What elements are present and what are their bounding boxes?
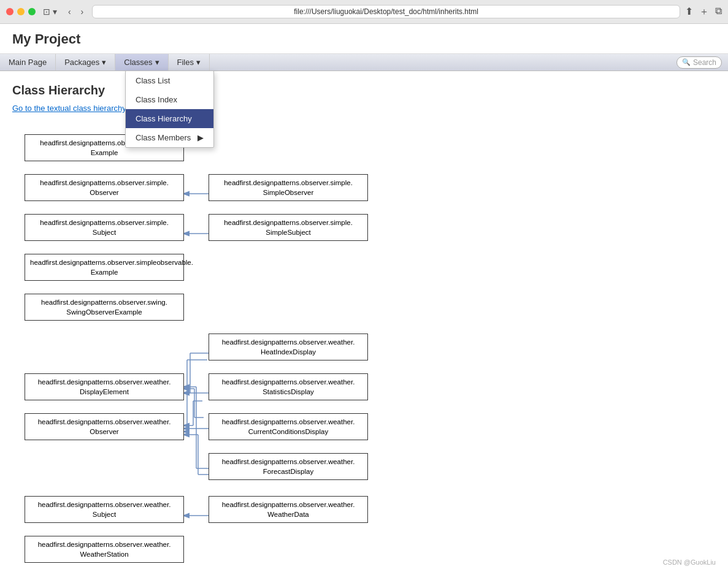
browser-actions: ⬆ ＋ ⧉ [685, 6, 722, 18]
class-box-box15[interactable]: headfirst.designpatterns.observer.weathe… [209, 496, 368, 523]
classes-label: Classes [124, 58, 152, 67]
main-page-label: Main Page [9, 58, 47, 67]
packages-label: Packages [64, 58, 99, 67]
packages-arrow-icon: ▾ [102, 58, 106, 67]
class-box-box6[interactable]: headfirst.designpatterns.observer.simple… [25, 254, 184, 281]
class-box-box16[interactable]: headfirst.designpatterns.observer.weathe… [25, 536, 184, 563]
class-box-box11[interactable]: headfirst.designpatterns.observer.weathe… [25, 413, 184, 440]
class-members-arrow-icon: ▶ [197, 133, 204, 142]
nav-packages[interactable]: Packages ▾ [56, 54, 115, 71]
nav-classes[interactable]: Classes ▾ [115, 54, 168, 71]
class-box-box2[interactable]: headfirst.designpatterns.observer.simple… [25, 174, 184, 201]
class-box-box4[interactable]: headfirst.designpatterns.observer.simple… [25, 214, 184, 241]
share-icon[interactable]: ⬆ [685, 6, 693, 18]
class-box-box5[interactable]: headfirst.designpatterns.observer.simple… [209, 214, 368, 241]
dropdown-class-list[interactable]: Class List [126, 71, 213, 90]
class-hierarchy-label: Class Hierarchy [136, 114, 192, 123]
address-bar[interactable]: file:///Users/liuguokai/Desktop/test_doc… [92, 5, 680, 18]
class-box-box8[interactable]: headfirst.designpatterns.observer.weathe… [209, 334, 368, 360]
class-list-label: Class List [136, 76, 170, 85]
dropdown-class-index[interactable]: Class Index [126, 90, 213, 109]
forward-button[interactable]: › [77, 6, 88, 18]
dropdown-class-members[interactable]: Class Members ▶ [126, 128, 213, 147]
footer-credit: CSDN @GuokLiu [663, 559, 716, 566]
back-button[interactable]: ‹ [64, 6, 75, 18]
browser-chrome: ⊡ ▾ ‹ › file:///Users/liuguokai/Desktop/… [0, 0, 728, 24]
class-index-label: Class Index [136, 95, 177, 104]
minimize-button[interactable] [17, 8, 25, 15]
class-box-box12[interactable]: headfirst.designpatterns.observer.weathe… [209, 413, 368, 440]
class-members-label: Class Members [136, 133, 191, 142]
close-button[interactable] [6, 8, 13, 15]
textual-hierarchy-link[interactable]: Go to the textual class hierarchy [12, 104, 126, 113]
class-box-box14[interactable]: headfirst.designpatterns.observer.weathe… [25, 496, 184, 523]
page-body: Class Hierarchy Go to the textual class … [0, 71, 728, 572]
files-arrow-icon: ▾ [196, 58, 201, 67]
page-title: Class Hierarchy [12, 83, 716, 97]
search-icon: 🔍 [682, 58, 691, 66]
navbar: Main Page Packages ▾ Classes ▾ Files ▾ 🔍… [0, 54, 728, 71]
class-box-box9[interactable]: headfirst.designpatterns.observer.weathe… [25, 373, 184, 400]
maximize-button[interactable] [28, 8, 36, 15]
nav-main-page[interactable]: Main Page [0, 54, 56, 71]
page-content: My Project Main Page Packages ▾ Classes … [0, 24, 728, 572]
new-tab-icon[interactable]: ＋ [699, 6, 709, 18]
class-box-box3[interactable]: headfirst.designpatterns.observer.simple… [209, 174, 368, 201]
class-box-box10[interactable]: headfirst.designpatterns.observer.weathe… [209, 373, 368, 400]
classes-dropdown: Class List Class Index Class Hierarchy C… [125, 71, 214, 148]
nav-files[interactable]: Files ▾ [169, 54, 210, 71]
traffic-lights [6, 8, 36, 15]
class-box-box7[interactable]: headfirst.designpatterns.observer.swing.… [25, 294, 184, 321]
sidebar-toggle-button[interactable]: ⊡ ▾ [40, 6, 59, 18]
project-title: My Project [0, 24, 728, 54]
class-box-box13[interactable]: headfirst.designpatterns.observer.weathe… [209, 453, 368, 480]
search-box[interactable]: 🔍 Search [676, 56, 722, 69]
hierarchy-diagram: headfirst.designpatterns.observer.simple… [12, 134, 411, 572]
split-view-icon[interactable]: ⧉ [715, 6, 722, 18]
dropdown-class-hierarchy[interactable]: Class Hierarchy [126, 109, 213, 128]
search-label: Search [693, 58, 716, 67]
classes-arrow-icon: ▾ [155, 58, 159, 67]
files-label: Files [177, 58, 194, 67]
